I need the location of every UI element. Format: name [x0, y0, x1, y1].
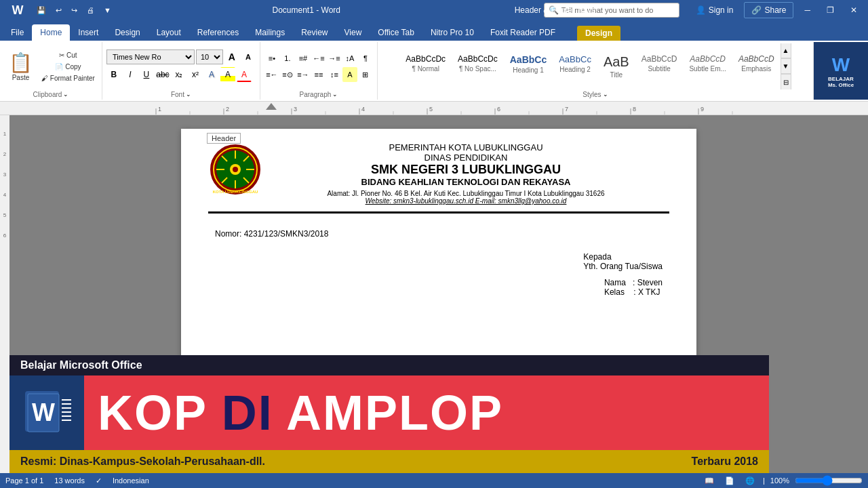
italic-button[interactable]: I [123, 67, 138, 82]
style-subtitle-preview: AaBbCcD [642, 54, 677, 64]
style-heading1[interactable]: AaBbCc Heading 1 [504, 51, 553, 82]
paragraph-expand-icon[interactable]: ⌄ [332, 91, 338, 98]
font-group: Times New Ro 10 A A B I U abc x₂ x² A [102, 42, 260, 100]
style-subtle-emphasis[interactable]: AaBbCcD Subtle Em... [683, 51, 732, 82]
tab-references[interactable]: References [189, 24, 247, 41]
svg-text:1: 1 [3, 131, 7, 137]
style-emphasis[interactable]: AaBbCcD Emphasis [732, 51, 781, 82]
hf-design-tab[interactable]: Design [577, 26, 620, 41]
underline-button[interactable]: U [139, 67, 154, 82]
show-marks-button[interactable]: ¶ [358, 51, 373, 66]
scissors-icon: ✂ [59, 52, 64, 59]
clipboard-buttons: 📋 Paste ✂ Cut 📄 Copy 🖌 [4, 49, 98, 83]
font-expand-icon[interactable]: ⌄ [186, 91, 191, 98]
tab-mailings[interactable]: Mailings [247, 24, 293, 41]
decrease-indent-button[interactable]: ←≡ [311, 51, 326, 66]
restore-button[interactable]: ❐ [821, 4, 840, 16]
borders-button[interactable]: ⊞ [358, 67, 373, 82]
svg-text:6: 6 [497, 106, 500, 113]
tab-foxit[interactable]: Foxit Reader PDF [482, 24, 564, 41]
shading-button[interactable]: A [342, 67, 357, 82]
font-family-select[interactable]: Times New Ro [106, 49, 195, 64]
font-shrink-button[interactable]: A [241, 49, 256, 64]
sort-button[interactable]: ↕A [342, 51, 357, 66]
bullets-button[interactable]: ≡• [264, 51, 279, 66]
print-layout-button[interactable]: 📄 [722, 475, 737, 487]
highlight-button[interactable]: A [220, 67, 235, 82]
font-size-select[interactable]: 10 [196, 49, 223, 64]
align-left-button[interactable]: ≡← [264, 67, 279, 82]
user-icon: 👤 [696, 5, 706, 15]
align-right-button[interactable]: ≡→ [296, 67, 311, 82]
tab-insert[interactable]: Insert [70, 24, 106, 41]
web-layout-button[interactable]: 🌐 [743, 475, 757, 487]
header-area: Header [208, 142, 669, 229]
language: Indonesian [113, 476, 149, 485]
multilevel-button[interactable]: ≡# [296, 51, 311, 66]
font-color-button[interactable]: A [237, 67, 252, 82]
qat-print-button[interactable]: 🖨 [84, 5, 97, 16]
increase-indent-button[interactable]: →≡ [327, 51, 342, 66]
read-mode-button[interactable]: 📖 [702, 475, 717, 487]
tab-design[interactable]: Design [106, 24, 148, 41]
qat-undo-button[interactable]: ↩ [53, 5, 64, 16]
school-line4: BIDANG KEAHLIAN TEKNOLOGI DAN REKAYASA [262, 177, 669, 187]
style-no-spacing[interactable]: AaBbCcDc ¶ No Spac... [452, 51, 504, 82]
text-effect-button[interactable]: A [204, 67, 219, 82]
subscript-button[interactable]: x₂ [172, 67, 186, 82]
format-painter-button[interactable]: 🖌 Format Painter [39, 73, 98, 83]
tab-layout[interactable]: Layout [149, 24, 189, 41]
svg-text:3: 3 [294, 106, 297, 113]
tab-office[interactable]: Office Tab [370, 24, 422, 41]
school-info: PEMERINTAH KOTA LUBUKLINGGAU DINAS PENDI… [262, 142, 669, 205]
school-address: Alamat: Jl. Pioner No. 46 B Kel. Air Kut… [262, 190, 669, 197]
zoom-slider[interactable] [795, 476, 863, 485]
copy-button[interactable]: 📄 Copy [39, 62, 98, 72]
tab-file[interactable]: File [3, 24, 32, 41]
styles-scroll-down-button[interactable]: ▼ [781, 58, 791, 74]
signin-button[interactable]: 👤 Sign in [690, 3, 739, 18]
status-right: 📖 📄 🌐 | 100% [702, 475, 863, 487]
styles-scroll-up-button[interactable]: ▲ [781, 43, 791, 58]
share-icon: 🔗 [751, 5, 762, 15]
tab-review[interactable]: Review [293, 24, 336, 41]
share-button[interactable]: 🔗 Share [744, 2, 793, 18]
style-subtitle[interactable]: AaBbCcD Subtitle [635, 51, 684, 82]
clipboard-expand-icon[interactable]: ⌄ [63, 91, 68, 98]
align-center-button[interactable]: ≡⊙ [280, 67, 295, 82]
style-heading2[interactable]: AaBbCc Heading 2 [553, 51, 597, 82]
style-heading2-preview: AaBbCc [559, 54, 591, 64]
svg-text:4: 4 [3, 192, 7, 198]
qat-redo-button[interactable]: ↪ [68, 5, 80, 16]
font-grow-button[interactable]: A [224, 49, 239, 64]
close-button[interactable]: ✕ [845, 4, 863, 16]
styles-group: AaBbCcDc ¶ Normal AaBbCcDc ¶ No Spac... … [378, 42, 814, 100]
style-title-preview: AaB [604, 54, 629, 70]
qat-customize-button[interactable]: ▼ [101, 5, 114, 16]
minimize-button[interactable]: ─ [799, 4, 816, 16]
qat-save-button[interactable]: 💾 [34, 5, 49, 16]
superscript-button[interactable]: x² [188, 67, 203, 82]
styles-more-button[interactable]: ⊟ [781, 74, 791, 89]
numbering-button[interactable]: 1. [280, 51, 295, 66]
bold-button[interactable]: B [106, 67, 121, 82]
svg-point-40 [233, 167, 238, 172]
tab-home[interactable]: Home [32, 24, 70, 41]
svg-text:6: 6 [3, 232, 7, 239]
paste-button[interactable]: 📋 Paste [4, 49, 37, 83]
justify-button[interactable]: ≡≡ [311, 67, 326, 82]
tab-view[interactable]: View [336, 24, 370, 41]
svg-text:2: 2 [3, 151, 7, 157]
tab-nitro[interactable]: Nitro Pro 10 [422, 24, 482, 41]
line-spacing-button[interactable]: ↕≡ [327, 67, 342, 82]
style-emphasis-preview: AaBbCcD [738, 54, 774, 64]
zoom-level: 100% [770, 476, 789, 485]
strikethrough-button[interactable]: abc [155, 67, 170, 82]
main-area: 1 2 3 4 5 6 Header [0, 115, 868, 488]
style-title[interactable]: AaB Title [597, 51, 635, 82]
font-family-row: Times New Ro 10 A A [106, 49, 256, 64]
style-normal[interactable]: AaBbCcDc ¶ Normal [399, 51, 452, 82]
cut-button[interactable]: ✂ Cut [39, 50, 98, 60]
styles-expand-icon[interactable]: ⌄ [603, 91, 608, 98]
style-subtitle-label: Subtitle [648, 65, 670, 73]
